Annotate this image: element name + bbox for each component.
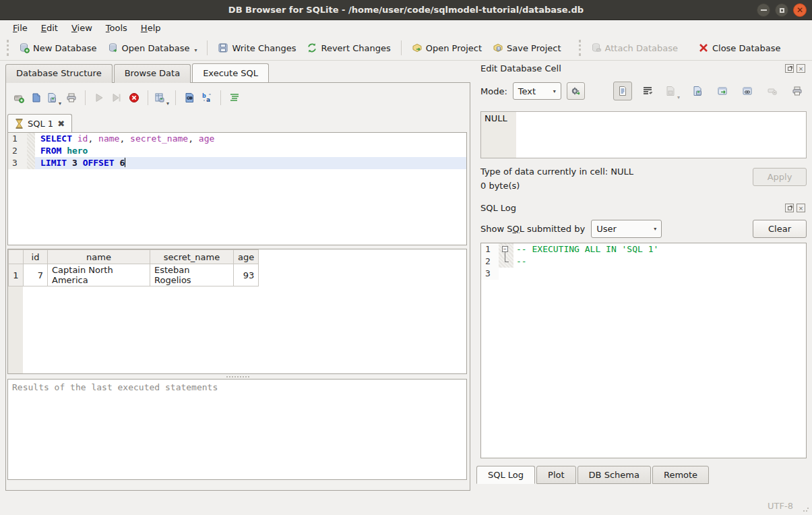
minimize-button[interactable]	[757, 3, 770, 17]
table-row[interactable]: 1 7 Captain North America Esteban Rogeli…	[9, 264, 259, 286]
row-number[interactable]: 1	[9, 264, 24, 286]
open-sql-file-icon	[31, 92, 42, 103]
print-cell-button[interactable]	[788, 82, 807, 100]
close-database-button[interactable]: Close Database	[693, 40, 786, 56]
replace-button[interactable]: ba	[198, 89, 216, 107]
print-icon	[66, 92, 77, 103]
edit-cell-dock-titlebar[interactable]: Edit Database Cell ×	[475, 61, 812, 75]
menu-tools[interactable]: Tools	[100, 22, 133, 34]
menu-view[interactable]: View	[65, 22, 98, 34]
dock-tabbar: SQL Log Plot DB Schema Remote	[476, 466, 812, 484]
remove-icon	[767, 86, 778, 96]
close-button[interactable]: ✕	[793, 3, 807, 17]
sql-log-dock-titlebar[interactable]: SQL Log ×	[475, 200, 812, 214]
cell-value-editor[interactable]: NULL	[480, 111, 807, 158]
toolbar-drag-handle[interactable]	[579, 40, 582, 56]
save-project-button[interactable]: Save Project	[487, 40, 567, 56]
auto-apply-button[interactable]	[567, 82, 585, 100]
open-database-button[interactable]: Open Database ▾	[102, 40, 203, 56]
export-cell-button[interactable]	[713, 82, 732, 100]
link-cell-button[interactable]	[738, 82, 757, 100]
sql1-tab-close-icon[interactable]: ✖	[57, 119, 65, 129]
toolbar-drag-handle[interactable]	[7, 40, 9, 56]
save-results-button[interactable]: ▾	[153, 89, 170, 107]
open-project-button[interactable]: Open Project	[406, 40, 487, 56]
header-secret-name[interactable]: secret_name	[150, 250, 234, 264]
tab-db-schema[interactable]: DB Schema	[577, 466, 651, 484]
header-name[interactable]: name	[48, 250, 150, 264]
titlebar[interactable]: DB Browser for SQLite - /home/user/code/…	[0, 0, 812, 20]
dock-float-button[interactable]	[785, 64, 794, 73]
log-line: 2 --	[481, 255, 806, 268]
project-save-icon	[493, 42, 503, 53]
dock-close-button[interactable]: ×	[797, 204, 805, 212]
log-line-number: 3	[481, 268, 499, 280]
header-age[interactable]: age	[234, 250, 259, 264]
dock-float-button[interactable]	[785, 204, 794, 212]
encoding-indicator[interactable]: UTF-8	[768, 501, 793, 511]
new-database-button[interactable]: New Database	[13, 40, 102, 56]
format-sql-button[interactable]	[226, 89, 243, 107]
results-message-box[interactable]: Results of the last executed statements	[7, 379, 467, 480]
line-number: 3	[8, 157, 27, 169]
menu-help[interactable]: Help	[135, 22, 167, 34]
stop-icon	[129, 92, 139, 103]
dock-close-button[interactable]: ×	[797, 64, 805, 73]
print-sql-button[interactable]	[63, 89, 80, 107]
open-sql-file-button[interactable]	[28, 89, 45, 107]
cell-size-info: 0 byte(s)	[480, 181, 753, 191]
write-changes-button[interactable]: Write Changes	[212, 40, 301, 56]
save-sql-file-button[interactable]: ▾	[45, 89, 63, 107]
tab-browse-data[interactable]: Browse Data	[114, 64, 191, 83]
tab-sql-log[interactable]: SQL Log	[476, 466, 535, 484]
log-filter-select[interactable]: User ▾	[591, 220, 662, 238]
sql-log-title: SQL Log	[480, 203, 785, 213]
cell-age[interactable]: 93	[234, 264, 259, 286]
open-project-label: Open Project	[426, 43, 482, 53]
menu-file[interactable]: File	[7, 22, 34, 34]
cell-id[interactable]: 7	[24, 264, 48, 286]
mode-select[interactable]: Text ▾	[513, 82, 561, 100]
maximize-button[interactable]	[775, 3, 788, 17]
find-button[interactable]	[181, 89, 198, 107]
resize-grip[interactable]	[803, 506, 809, 512]
sql1-tab[interactable]: SQL 1 ✖	[7, 114, 72, 132]
maximize-icon	[780, 8, 784, 13]
log-text: --	[513, 255, 527, 268]
fold-collapse-icon[interactable]: −	[502, 246, 508, 252]
splitter-handle[interactable]	[6, 374, 470, 379]
cell-secret-name[interactable]: Esteban Rogelios	[150, 264, 234, 286]
log-fold-margin	[499, 268, 513, 280]
stop-execution-button[interactable]	[125, 89, 143, 107]
log-filter-value: User	[596, 224, 617, 234]
header-id[interactable]: id	[24, 250, 48, 264]
import-cell-button[interactable]	[688, 82, 707, 100]
tab-plot[interactable]: Plot	[536, 466, 576, 484]
tab-remote[interactable]: Remote	[652, 466, 709, 484]
log-filter-row: Show SQL submitted by User ▾ Clear	[480, 220, 807, 238]
open-database-dropdown-caret[interactable]: ▾	[194, 47, 197, 53]
open-database-label: Open Database	[122, 43, 190, 53]
results-grid[interactable]: id name secret_name age 1 7 Captain Nort…	[7, 249, 467, 374]
tab-new-icon	[13, 92, 24, 103]
cell-name[interactable]: Captain North America	[48, 264, 150, 286]
revert-changes-button[interactable]: Revert Changes	[301, 40, 396, 56]
sql-code-editor[interactable]: 1 SELECT id, name, secret_name, age 2 FR…	[7, 132, 467, 245]
sql-log-editor[interactable]: 1 − -- EXECUTING ALL IN 'SQL 1' 2 -- 3	[480, 243, 807, 458]
import-icon	[692, 86, 703, 96]
text-cursor	[125, 158, 125, 167]
corner-header[interactable]	[9, 250, 24, 264]
execute-all-icon	[94, 92, 104, 103]
menu-edit[interactable]: Edit	[35, 22, 64, 34]
word-wrap-button[interactable]	[638, 82, 657, 100]
menubar: File Edit View Tools Help	[0, 20, 812, 36]
save-results-dropdown-caret[interactable]: ▾	[166, 100, 169, 107]
new-sql-tab-button[interactable]	[10, 89, 28, 107]
text-mode-button[interactable]	[613, 82, 632, 100]
save-sql-dropdown-caret[interactable]: ▾	[59, 100, 61, 107]
tab-database-structure[interactable]: Database Structure	[5, 64, 113, 83]
svg-text:a: a	[206, 96, 210, 103]
clear-log-button[interactable]: Clear	[753, 220, 807, 238]
revert-icon	[307, 42, 317, 53]
tab-execute-sql[interactable]: Execute SQL	[192, 63, 269, 82]
